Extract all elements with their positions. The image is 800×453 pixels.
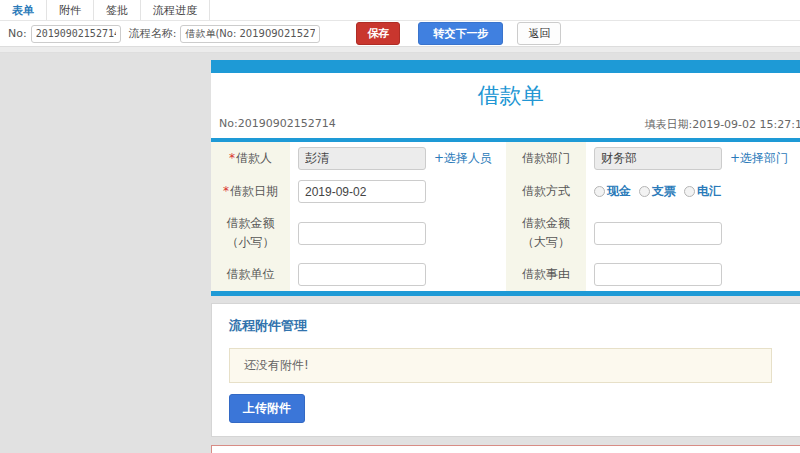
no-input[interactable] — [31, 25, 121, 43]
select-department-link[interactable]: +选择部门 — [730, 150, 788, 167]
form-fields-grid: *借款人 +选择人员 借款部门 +选择部门 *借款日期 借款方式 现金 — [211, 142, 800, 291]
department-input[interactable] — [594, 147, 722, 170]
upload-attachment-button[interactable]: 上传附件 — [229, 394, 305, 423]
save-button[interactable]: 保存 — [356, 22, 400, 45]
form-bottom-accent-bar — [211, 291, 800, 296]
loan-unit-label: 借款单位 — [211, 258, 290, 291]
form-date-text: 填表日期:2019-09-02 15:27:1 — [644, 117, 800, 132]
no-label: No: — [8, 27, 27, 40]
required-asterisk: * — [229, 151, 235, 165]
amount-upper-input[interactable] — [594, 222, 722, 245]
amount-lower-input[interactable] — [298, 222, 426, 245]
tab-approval[interactable]: 签批 — [94, 0, 141, 20]
toolbar-substrip — [0, 47, 800, 53]
tab-form[interactable]: 表单 — [0, 0, 47, 20]
tab-bar: 表单 附件 签批 流程进度 — [0, 0, 800, 21]
main-form-panel: 借款单 No:20190902152714 填表日期:2019-09-02 15… — [211, 60, 800, 453]
back-button[interactable]: 返回 — [517, 22, 561, 45]
panel-top-accent-bar — [211, 60, 800, 73]
form-header: 借款单 No:20190902152714 填表日期:2019-09-02 15… — [211, 73, 800, 138]
action-toolbar: No: 流程名称: 保存 转交下一步 返回 — [0, 21, 800, 47]
loan-method-radio-group: 现金 支票 电汇 — [594, 183, 721, 200]
loan-reason-label: 借款事由 — [506, 258, 586, 291]
next-step-button[interactable]: 转交下一步 — [418, 22, 503, 45]
loan-unit-input[interactable] — [298, 263, 426, 286]
radio-cash[interactable]: 现金 — [594, 183, 631, 200]
radio-icon[interactable] — [684, 186, 695, 197]
no-attachments-alert: 还没有附件! — [229, 348, 772, 383]
attachments-heading: 流程附件管理 — [229, 317, 792, 335]
borrower-input[interactable] — [298, 147, 426, 170]
radio-wire-transfer[interactable]: 电汇 — [684, 183, 721, 200]
attachments-panel: 流程附件管理 还没有附件! 上传附件 — [211, 303, 800, 437]
radio-icon[interactable] — [594, 186, 605, 197]
amount-lower-label: 借款金额（小写） — [211, 208, 290, 258]
loan-method-label: 借款方式 — [506, 175, 586, 208]
flow-name-input[interactable] — [180, 25, 320, 43]
radio-icon[interactable] — [639, 186, 650, 197]
approval-panel: 流程签批意见 B I abc ✎ ∞ ∞ ⚑ ≡ ≡ ⇤ ⇥ ❞ 样式 — [211, 445, 800, 453]
top-bar: 表单 附件 签批 流程进度 No: 流程名称: 保存 转交下一步 返回 — [0, 0, 800, 53]
tab-attachments[interactable]: 附件 — [47, 0, 94, 20]
tab-process-progress[interactable]: 流程进度 — [141, 0, 210, 20]
amount-upper-label: 借款金额（大写） — [506, 208, 586, 258]
radio-cheque[interactable]: 支票 — [639, 183, 676, 200]
page-title: 借款单 — [211, 73, 800, 115]
select-person-link[interactable]: +选择人员 — [434, 150, 492, 167]
borrower-label: *借款人 — [211, 142, 290, 175]
form-number-text: No:20190902152714 — [219, 117, 336, 132]
loan-reason-input[interactable] — [594, 263, 722, 286]
loan-date-input[interactable] — [298, 180, 426, 203]
department-label: 借款部门 — [506, 142, 586, 175]
loan-date-label: *借款日期 — [211, 175, 290, 208]
flow-name-label: 流程名称: — [129, 26, 177, 41]
required-asterisk: * — [223, 184, 229, 198]
